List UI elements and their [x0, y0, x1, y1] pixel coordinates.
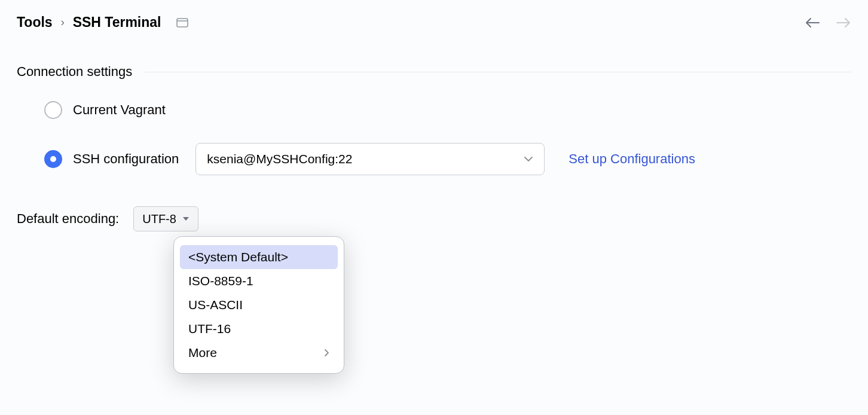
- section-title: Connection settings: [17, 64, 132, 80]
- dropdown-item-system-default[interactable]: <System Default>: [180, 245, 338, 269]
- breadcrumb-separator: ›: [61, 16, 65, 29]
- setup-configurations-link[interactable]: Set up Configurations: [569, 151, 695, 167]
- encoding-select[interactable]: UTF-8: [133, 206, 198, 231]
- dropdown-item-label: <System Default>: [188, 250, 288, 264]
- breadcrumb-parent[interactable]: Tools: [17, 14, 53, 30]
- encoding-label: Default encoding:: [17, 211, 119, 227]
- ssh-config-value: ksenia@MySSHConfig:22: [207, 152, 352, 166]
- chevron-right-icon: [324, 349, 329, 357]
- breadcrumb: Tools › SSH Terminal: [17, 14, 188, 30]
- back-arrow-icon[interactable]: [805, 17, 820, 29]
- dropdown-item-label: UTF-16: [188, 322, 231, 336]
- nav-arrows: [805, 17, 851, 29]
- triangle-down-icon: [182, 216, 190, 221]
- chevron-down-icon: [524, 156, 533, 162]
- encoding-dropdown-menu: <System Default> ISO-8859-1 US-ASCII UTF…: [173, 236, 344, 374]
- header: Tools › SSH Terminal: [17, 14, 851, 30]
- dropdown-item-more[interactable]: More: [180, 341, 338, 365]
- radio-ssh[interactable]: [44, 150, 62, 168]
- encoding-row: Default encoding: UTF-8 <System Default>…: [17, 206, 851, 231]
- dropdown-item-label: ISO-8859-1: [188, 274, 253, 288]
- forward-arrow-icon: [836, 17, 851, 29]
- radio-row-vagrant[interactable]: Current Vagrant: [44, 101, 851, 119]
- ssh-config-dropdown[interactable]: ksenia@MySSHConfig:22: [195, 143, 545, 175]
- window-icon[interactable]: [176, 18, 188, 28]
- encoding-value: UTF-8: [142, 212, 176, 226]
- section-header: Connection settings: [17, 64, 851, 80]
- section-divider: [144, 72, 851, 72]
- dropdown-item-label: More: [188, 346, 217, 360]
- dropdown-item-label: US-ASCII: [188, 298, 243, 312]
- dropdown-item-utf16[interactable]: UTF-16: [180, 317, 338, 341]
- svg-rect-0: [177, 19, 188, 27]
- radio-ssh-label: SSH configuration: [73, 151, 179, 167]
- radio-vagrant[interactable]: [44, 101, 62, 119]
- dropdown-item-iso[interactable]: ISO-8859-1: [180, 269, 338, 293]
- radio-row-ssh[interactable]: SSH configuration ksenia@MySSHConfig:22 …: [44, 143, 851, 175]
- dropdown-item-ascii[interactable]: US-ASCII: [180, 293, 338, 317]
- breadcrumb-current: SSH Terminal: [73, 14, 161, 30]
- radio-vagrant-label: Current Vagrant: [73, 102, 166, 118]
